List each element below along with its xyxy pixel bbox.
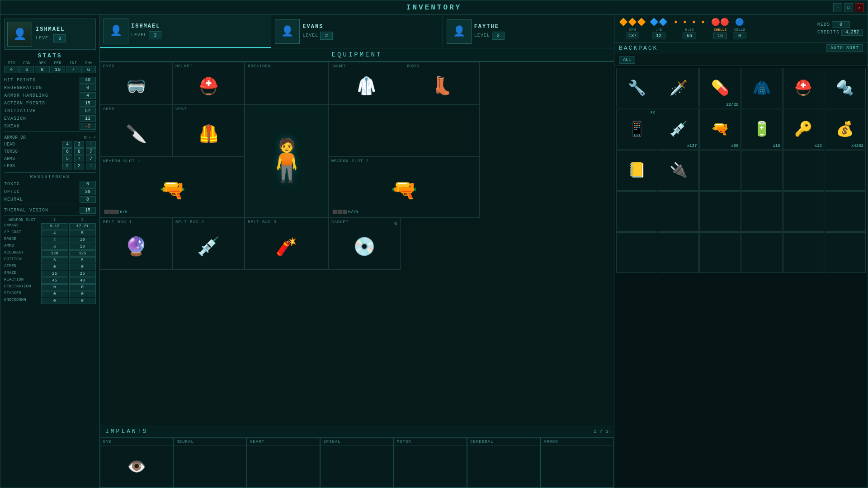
backpack-empty-10[interactable]	[825, 191, 866, 232]
ammo-shells-icon: 🔴🔴	[711, 18, 729, 27]
backpack-item-11[interactable]: 💰 x4252	[825, 109, 866, 150]
backpack-empty-4[interactable]	[825, 150, 866, 191]
backpack-empty-14[interactable]	[741, 232, 782, 273]
slot-vest[interactable]: VEST 🦺	[172, 105, 245, 157]
item-10-icon: 🔑	[794, 120, 812, 138]
attr-con: CON 6	[19, 61, 34, 73]
attr-cha-label: CHA	[81, 61, 96, 66]
backpack-empty-16[interactable]	[825, 232, 866, 273]
backpack-empty-13[interactable]	[699, 232, 741, 273]
item-1-icon: 🗡️	[670, 79, 688, 97]
equipment-panel: 👤 ISHMAEL LEVEL 3 👤 EVANS LEVEL 2	[100, 15, 614, 488]
implant-eye[interactable]: EYE 👁️	[100, 438, 173, 488]
implant-cerebral[interactable]: CEREBRAL	[467, 438, 540, 488]
stats-title: STATS	[4, 52, 96, 59]
backpack-item-7[interactable]: 💉 x137	[658, 109, 699, 150]
backpack-empty-9[interactable]	[783, 191, 824, 232]
avatar-faythe: 👤	[447, 19, 472, 44]
stats-panel: 👤 ISHMAEL LEVEL 3 STATS STR 4 CON 6	[0, 15, 100, 488]
slot-gadget[interactable]: GADGET ⚙ 💿	[328, 218, 401, 270]
wc-ammo: AMMO 6 10	[4, 244, 96, 250]
backpack-item-1[interactable]: 🗡️	[658, 68, 699, 108]
attr-str-label: STR	[4, 61, 19, 66]
meds-row: MEDS 0	[817, 21, 863, 28]
backpack-item-5[interactable]: 🔩	[825, 68, 866, 108]
slot-boots-area[interactable]: BOOTS 👢	[404, 62, 479, 104]
backpack-item-0[interactable]: 🔧	[616, 68, 657, 108]
emp-icon: ⚡	[93, 135, 96, 140]
slot-eyes[interactable]: EYES 🥽	[100, 62, 172, 105]
slot-beltbag2[interactable]: BELT BAG 2 💉	[172, 218, 245, 270]
slot-arms[interactable]: ARMS 🔪	[100, 105, 172, 157]
backpack-empty-12[interactable]	[658, 232, 699, 273]
slot-breather[interactable]: BREATHER	[245, 62, 328, 105]
backpack-empty-15[interactable]	[783, 232, 824, 273]
backpack-item-12[interactable]: 📒	[616, 150, 657, 191]
item-2-count: 20/20	[726, 103, 738, 107]
slot-beltbag3[interactable]: BELT BAG 3 🧨	[245, 218, 328, 270]
auto-sort-button[interactable]: AUTO SORT	[826, 44, 863, 52]
ishmael-level: LEVEL 3	[131, 31, 161, 39]
backpack-empty-3[interactable]	[783, 150, 824, 191]
item-5-icon: 🔩	[836, 79, 854, 97]
backpack-empty-11[interactable]	[616, 232, 657, 273]
resistances-title: RESISTANCES	[4, 174, 96, 179]
backpack-empty-8[interactable]	[741, 191, 782, 232]
stat-thermal-vision: THERMAL VISION 15	[4, 207, 96, 214]
wc-accuracy: ACCURACY 120 125	[4, 250, 96, 257]
backpack-empty-2[interactable]	[741, 150, 782, 191]
faythe-level-val: 2	[492, 32, 505, 40]
backpack-item-4[interactable]: ⛑️	[783, 68, 824, 108]
backpack-item-6[interactable]: 📱 X2	[616, 109, 657, 150]
implants-header: IMPLANTS 1 / 3	[100, 425, 614, 438]
backpack-item-13[interactable]: 🔌	[658, 150, 699, 191]
ammo-shells: 🔴🔴 SHELLS 16	[711, 18, 729, 39]
armor-head: HEAD 4 2 0	[4, 141, 96, 148]
equip-empty-r2	[328, 105, 480, 157]
backpack-item-10[interactable]: 🔑 x12	[783, 109, 824, 150]
evans-name: EVANS	[302, 23, 333, 30]
backpack-empty-6[interactable]	[658, 191, 699, 232]
ammo-9mm: 🔶🔶🔶 9MM 137	[619, 18, 646, 39]
item-9-icon: 🔋	[753, 120, 771, 138]
backpack-empty-5[interactable]	[616, 191, 657, 232]
attr-dex: DEX 8	[35, 61, 49, 73]
backpack-item-9[interactable]: 🔋 x16	[741, 109, 782, 150]
slot-weapon1[interactable]: WEAPON SLOT 1 🔫 ⬛⬛⬛ 6/6	[100, 157, 245, 218]
backpack-empty-7[interactable]	[699, 191, 741, 232]
close-button[interactable]: ✕	[855, 3, 864, 12]
stat-attributes: STR 4 CON 6 DEX 8 PER 10 INT 7 CHA 6	[4, 61, 96, 73]
wc-apcost: AP COST 4 5	[4, 230, 96, 236]
filter-all-button[interactable]: ALL	[619, 56, 635, 64]
maximize-button[interactable]: □	[844, 3, 853, 12]
meds-credits: MEDS 0 CREDITS 4,252	[817, 21, 863, 36]
party-member-evans[interactable]: 👤 EVANS LEVEL 2	[271, 15, 443, 48]
implant-armor[interactable]: ARMOR	[541, 438, 614, 488]
attr-per-label: PER	[51, 61, 65, 66]
avatar: 👤	[7, 22, 32, 47]
attr-per: PER 10	[51, 61, 65, 73]
slot-weapon2[interactable]: WEAPON SLOT 2 🔫 ⬛⬛⬛ 0/10	[328, 157, 480, 218]
backpack-item-8[interactable]: 🔫 x66	[699, 109, 741, 150]
armor-torso: TORSO 6 8 7	[4, 148, 96, 155]
ammo-cells: 🔵 CELLS 0	[733, 18, 746, 39]
title-bar: INVENTORY ─ □ ✕	[0, 0, 868, 15]
implant-neural-content	[174, 446, 246, 487]
evans-level: LEVEL 2	[302, 32, 333, 40]
slot-helmet[interactable]: HELMET ⛑️	[172, 62, 245, 105]
party-member-ishmael[interactable]: 👤 ISHMAEL LEVEL 3	[100, 15, 271, 48]
implant-spinal[interactable]: SPINAL	[320, 438, 393, 488]
backpack-empty-1[interactable]	[699, 150, 741, 191]
backpack-item-2[interactable]: 💊 20/20	[699, 68, 741, 108]
backpack-item-3[interactable]: 🧥	[741, 68, 782, 108]
slot-jacket-area[interactable]: JACKET 🥼	[329, 62, 404, 104]
wc-penetration: PENETRATION 0 0	[4, 284, 96, 291]
slot-beltbag1[interactable]: BELT BAG 1 🔮	[100, 218, 172, 270]
implant-motor[interactable]: MOTOR	[394, 438, 467, 488]
wc-reaction: REACTION 45 40	[4, 277, 96, 284]
implant-heart[interactable]: HEART	[247, 438, 320, 488]
gadget-gear-icon[interactable]: ⚙	[394, 220, 397, 227]
minimize-button[interactable]: ─	[833, 3, 842, 12]
party-member-faythe[interactable]: 👤 FAYTHE LEVEL 2	[443, 15, 614, 48]
implant-neural[interactable]: NEURAL	[173, 438, 246, 488]
